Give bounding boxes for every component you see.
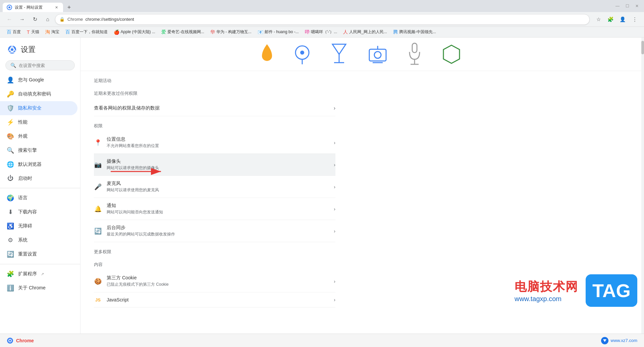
perm-background-sync[interactable]: 🔄 后台同步 最近关闭的网站可以完成数据收发操作 › (94, 220, 335, 242)
sidebar-item-system[interactable]: ⚙ 系统 (0, 233, 77, 247)
sidebar-item-autofill[interactable]: 🔑 自动填充和密码 (0, 87, 77, 101)
active-tab[interactable]: 设置 - 网站设置 ✕ (3, 3, 63, 12)
sidebar-item-language[interactable]: 🌍 语言 (0, 191, 77, 205)
bottom-right: www.xz7.com (601, 337, 637, 345)
martini-illustration (331, 43, 347, 66)
hexagon-illustration (441, 44, 462, 64)
perm-notifications-text: 通知 网站可以询问能否向您发送通知 (107, 203, 329, 215)
sidebar-item-privacy[interactable]: 🛡️ 隐私和安全 (0, 101, 77, 115)
about-icon: ℹ️ (7, 284, 14, 292)
menu-button[interactable]: ⋮ (629, 14, 640, 25)
perm-cookies-title: 第三方 Cookie (107, 275, 329, 281)
bookmark-apple[interactable]: 🍎 Apple (中国大陆) ... (111, 28, 158, 36)
address-bar[interactable]: 🔒 Chrome chrome://settings/content (55, 14, 590, 25)
startup-icon: ⏻ (7, 175, 14, 182)
svg-point-1 (8, 6, 10, 8)
google-icon: 👤 (7, 76, 14, 84)
location-icon: 📍 (94, 139, 102, 146)
perm-bgsync-arrow-icon: › (334, 228, 335, 234)
toolbar-right: ☆ 🧩 👤 ⋮ (593, 14, 640, 25)
sidebar-item-reset[interactable]: 🔄 重置设置 (0, 247, 77, 261)
back-button[interactable]: ← (4, 14, 15, 25)
lock-icon: 🔒 (59, 17, 65, 22)
tab-close-button[interactable]: ✕ (54, 5, 59, 10)
svg-marker-18 (443, 45, 460, 63)
external-link-icon: ↗ (41, 272, 44, 276)
new-tab-button[interactable]: + (64, 3, 74, 12)
perm-microphone-text: 麦克风 网站可以请求使用您的麦克风 (107, 181, 329, 193)
bottom-chrome-label: Chrome (16, 338, 34, 343)
bookmark-taobao[interactable]: 淘 淘宝 (43, 28, 62, 36)
microphone-illustration (408, 43, 421, 66)
content-section-title: 内容 (94, 262, 335, 268)
accessibility-icon: ♿ (7, 222, 14, 230)
bookmark-star-button[interactable]: ☆ (593, 14, 604, 25)
sidebar-item-download[interactable]: ⬇ 下载内容 (0, 205, 77, 219)
settings-search-input[interactable] (19, 63, 70, 68)
extension-puzzle-button[interactable]: 🧩 (605, 14, 616, 25)
sidebar-item-defaultbrowser[interactable]: 🌐 默认浏览器 (0, 157, 77, 171)
bookmark-baidusearch[interactable]: 百 百度一下，你就知道 (63, 28, 110, 36)
profile-button[interactable]: 👤 (617, 14, 628, 25)
perm-microphone-arrow-icon: › (334, 184, 335, 190)
settings-search-bar[interactable]: 🔍 (5, 60, 75, 70)
window-controls: ― ☐ ✕ (613, 4, 641, 8)
perm-cookies-desc: 已阻止无痕模式下的第三方 Cookie (107, 282, 329, 287)
default-browser-icon: 🌐 (7, 161, 14, 168)
sidebar-item-extensions[interactable]: 🧩 扩展程序 ↗ (0, 267, 80, 281)
system-icon: ⚙ (7, 236, 14, 244)
perm-notifications[interactable]: 🔔 通知 网站可以询问能否向您发送通知 › (94, 198, 335, 220)
url-text: chrome://settings/content (85, 17, 134, 22)
bookmark-bilibil[interactable]: 哔 嗯噶咩（'-'）... (302, 28, 340, 36)
perm-microphone[interactable]: 🎤 麦克风 网站可以请求使用您的麦克风 › (94, 176, 335, 198)
camera-illustration (368, 44, 388, 64)
teardrop-illustration (260, 44, 274, 64)
sidebar-header: 设置 (0, 40, 80, 59)
microphone-icon: 🎤 (94, 183, 102, 191)
perm-camera[interactable]: 📷 摄像头 网站可以请求使用您的摄像头 › (94, 154, 335, 176)
cookies-icon: 🍪 (94, 278, 102, 285)
sidebar-item-about[interactable]: ℹ️ 关于 Chrome (0, 281, 80, 295)
bookmark-mail[interactable]: 📧 邮件 - huang bo -... (255, 28, 302, 36)
close-button[interactable]: ✕ (633, 4, 641, 8)
bottom-bar: Chrome www.xz7.com (0, 334, 644, 347)
perm-javascript[interactable]: JS JavaScript › (94, 292, 335, 307)
scrollbar-track[interactable] (641, 38, 644, 347)
sidebar-item-performance[interactable]: ⚡ 性能 (0, 115, 77, 129)
sidebar-item-startup[interactable]: ⏻ 启动时 (0, 171, 77, 185)
bookmark-tianmao[interactable]: T 天猫 (24, 28, 42, 36)
performance-icon: ⚡ (7, 119, 14, 126)
sidebar-item-search[interactable]: 🔍 搜索引擎 (0, 143, 77, 157)
content-area: 近期活动 近期未更改过任何权限 查看各网站的权限及储存的数据 › 权限 📍 位置… (80, 38, 641, 347)
bookmark-huawei[interactable]: 华 华为 - 构建万物互... (208, 28, 254, 36)
svg-point-6 (300, 51, 304, 55)
tab-favicon (7, 5, 12, 10)
sidebar-item-google[interactable]: 👤 您与 Google (0, 73, 77, 87)
sidebar-item-accessibility[interactable]: ♿ 无障碍 (0, 219, 77, 233)
permissions-title: 权限 (94, 123, 335, 129)
perm-bgsync-title: 后台同步 (107, 225, 329, 231)
svg-rect-15 (412, 43, 417, 53)
illustration-bar (80, 38, 641, 71)
forward-button[interactable]: → (17, 14, 28, 25)
view-permissions-row[interactable]: 查看各网站的权限及储存的数据 › (94, 100, 335, 116)
scrollbar-thumb[interactable] (641, 41, 644, 54)
sidebar-divider-2 (0, 264, 80, 264)
location-illustration (294, 44, 311, 64)
extensions-icon: 🧩 (7, 270, 14, 278)
bookmark-tencent[interactable]: 腾 腾讯视频-中国领先... (390, 28, 439, 36)
bookmark-iqiyi[interactable]: 爱 爱奇艺-在线视频网... (159, 28, 207, 36)
perm-location[interactable]: 📍 位置信息 不允许网站查看您所在的位置 › (94, 132, 335, 154)
refresh-button[interactable]: ↻ (30, 14, 40, 25)
settings-search-icon: 🔍 (10, 63, 16, 68)
svg-point-14 (374, 52, 381, 58)
home-button[interactable]: ⌂ (42, 14, 53, 25)
bookmark-renmin[interactable]: 人 人民网_网上的人民... (340, 28, 390, 36)
perm-location-arrow-icon: › (334, 140, 335, 145)
javascript-icon: JS (94, 297, 102, 302)
sidebar-item-appearance[interactable]: 🎨 外观 (0, 129, 77, 143)
browser-window: 设置 - 网站设置 ✕ + ― ☐ ✕ ← → ↻ ⌂ 🔒 Chrome chr… (0, 0, 644, 347)
background-sync-icon: 🔄 (94, 227, 102, 235)
bookmark-baidu[interactable]: 百 百度 (4, 28, 23, 36)
perm-cookies[interactable]: 🍪 第三方 Cookie 已阻止无痕模式下的第三方 Cookie › (94, 270, 335, 292)
